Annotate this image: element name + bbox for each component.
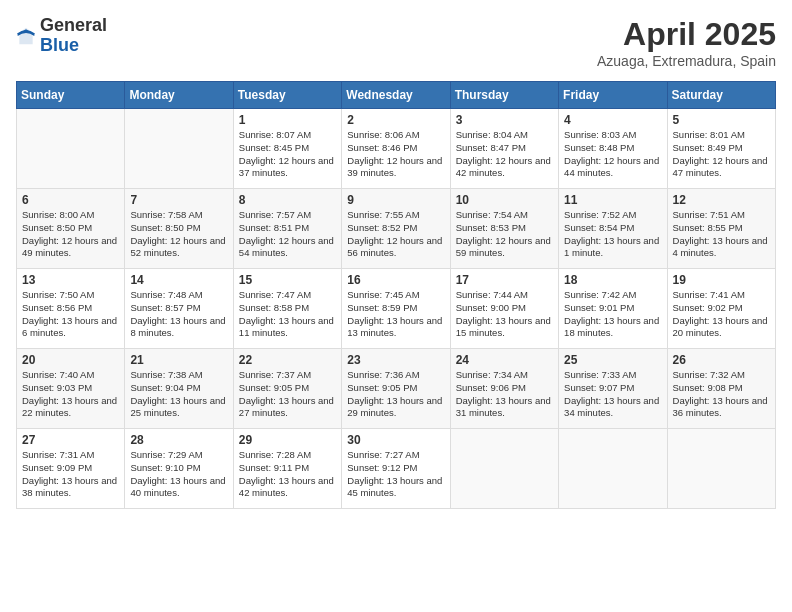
calendar-week-row: 1Sunrise: 8:07 AMSunset: 8:45 PMDaylight… xyxy=(17,109,776,189)
logo-general-text: General xyxy=(40,16,107,36)
calendar-day-cell: 19Sunrise: 7:41 AMSunset: 9:02 PMDayligh… xyxy=(667,269,775,349)
title-area: April 2025 Azuaga, Extremadura, Spain xyxy=(597,16,776,69)
calendar-day-cell: 28Sunrise: 7:29 AMSunset: 9:10 PMDayligh… xyxy=(125,429,233,509)
day-number: 30 xyxy=(347,433,444,447)
day-of-week-header: Friday xyxy=(559,82,667,109)
day-number: 16 xyxy=(347,273,444,287)
day-number: 2 xyxy=(347,113,444,127)
calendar-day-cell: 3Sunrise: 8:04 AMSunset: 8:47 PMDaylight… xyxy=(450,109,558,189)
calendar-day-cell: 30Sunrise: 7:27 AMSunset: 9:12 PMDayligh… xyxy=(342,429,450,509)
day-number: 7 xyxy=(130,193,227,207)
day-detail: Sunrise: 7:50 AMSunset: 8:56 PMDaylight:… xyxy=(22,289,119,340)
calendar-table: SundayMondayTuesdayWednesdayThursdayFrid… xyxy=(16,81,776,509)
logo: General Blue xyxy=(16,16,107,56)
calendar-day-cell xyxy=(667,429,775,509)
day-detail: Sunrise: 7:38 AMSunset: 9:04 PMDaylight:… xyxy=(130,369,227,420)
day-detail: Sunrise: 7:36 AMSunset: 9:05 PMDaylight:… xyxy=(347,369,444,420)
day-detail: Sunrise: 7:48 AMSunset: 8:57 PMDaylight:… xyxy=(130,289,227,340)
calendar-day-cell: 2Sunrise: 8:06 AMSunset: 8:46 PMDaylight… xyxy=(342,109,450,189)
calendar-day-cell: 22Sunrise: 7:37 AMSunset: 9:05 PMDayligh… xyxy=(233,349,341,429)
day-detail: Sunrise: 7:42 AMSunset: 9:01 PMDaylight:… xyxy=(564,289,661,340)
day-detail: Sunrise: 8:00 AMSunset: 8:50 PMDaylight:… xyxy=(22,209,119,260)
logo-blue-text: Blue xyxy=(40,36,107,56)
calendar-day-cell: 29Sunrise: 7:28 AMSunset: 9:11 PMDayligh… xyxy=(233,429,341,509)
day-detail: Sunrise: 7:44 AMSunset: 9:00 PMDaylight:… xyxy=(456,289,553,340)
calendar-week-row: 13Sunrise: 7:50 AMSunset: 8:56 PMDayligh… xyxy=(17,269,776,349)
calendar-day-cell: 15Sunrise: 7:47 AMSunset: 8:58 PMDayligh… xyxy=(233,269,341,349)
calendar-day-cell: 17Sunrise: 7:44 AMSunset: 9:00 PMDayligh… xyxy=(450,269,558,349)
day-number: 22 xyxy=(239,353,336,367)
day-number: 27 xyxy=(22,433,119,447)
day-number: 8 xyxy=(239,193,336,207)
day-of-week-header: Sunday xyxy=(17,82,125,109)
day-detail: Sunrise: 7:41 AMSunset: 9:02 PMDaylight:… xyxy=(673,289,770,340)
calendar-day-cell: 6Sunrise: 8:00 AMSunset: 8:50 PMDaylight… xyxy=(17,189,125,269)
day-number: 4 xyxy=(564,113,661,127)
day-detail: Sunrise: 7:37 AMSunset: 9:05 PMDaylight:… xyxy=(239,369,336,420)
day-number: 24 xyxy=(456,353,553,367)
calendar-day-cell xyxy=(450,429,558,509)
day-of-week-header: Tuesday xyxy=(233,82,341,109)
calendar-day-cell xyxy=(125,109,233,189)
day-number: 5 xyxy=(673,113,770,127)
day-of-week-header: Monday xyxy=(125,82,233,109)
day-of-week-header: Saturday xyxy=(667,82,775,109)
calendar-day-cell: 13Sunrise: 7:50 AMSunset: 8:56 PMDayligh… xyxy=(17,269,125,349)
calendar-day-cell: 10Sunrise: 7:54 AMSunset: 8:53 PMDayligh… xyxy=(450,189,558,269)
day-detail: Sunrise: 7:58 AMSunset: 8:50 PMDaylight:… xyxy=(130,209,227,260)
calendar-day-cell: 1Sunrise: 8:07 AMSunset: 8:45 PMDaylight… xyxy=(233,109,341,189)
day-number: 15 xyxy=(239,273,336,287)
day-number: 3 xyxy=(456,113,553,127)
day-detail: Sunrise: 7:29 AMSunset: 9:10 PMDaylight:… xyxy=(130,449,227,500)
calendar-day-cell: 5Sunrise: 8:01 AMSunset: 8:49 PMDaylight… xyxy=(667,109,775,189)
calendar-week-row: 6Sunrise: 8:00 AMSunset: 8:50 PMDaylight… xyxy=(17,189,776,269)
calendar-day-cell: 27Sunrise: 7:31 AMSunset: 9:09 PMDayligh… xyxy=(17,429,125,509)
day-detail: Sunrise: 8:01 AMSunset: 8:49 PMDaylight:… xyxy=(673,129,770,180)
calendar-day-cell: 24Sunrise: 7:34 AMSunset: 9:06 PMDayligh… xyxy=(450,349,558,429)
calendar-day-cell xyxy=(17,109,125,189)
day-number: 1 xyxy=(239,113,336,127)
logo-text: General Blue xyxy=(40,16,107,56)
day-number: 26 xyxy=(673,353,770,367)
day-of-week-header: Wednesday xyxy=(342,82,450,109)
day-detail: Sunrise: 7:32 AMSunset: 9:08 PMDaylight:… xyxy=(673,369,770,420)
day-detail: Sunrise: 7:31 AMSunset: 9:09 PMDaylight:… xyxy=(22,449,119,500)
day-number: 19 xyxy=(673,273,770,287)
day-detail: Sunrise: 8:06 AMSunset: 8:46 PMDaylight:… xyxy=(347,129,444,180)
location: Azuaga, Extremadura, Spain xyxy=(597,53,776,69)
calendar-day-cell: 8Sunrise: 7:57 AMSunset: 8:51 PMDaylight… xyxy=(233,189,341,269)
calendar-day-cell: 20Sunrise: 7:40 AMSunset: 9:03 PMDayligh… xyxy=(17,349,125,429)
calendar-day-cell: 26Sunrise: 7:32 AMSunset: 9:08 PMDayligh… xyxy=(667,349,775,429)
day-detail: Sunrise: 7:55 AMSunset: 8:52 PMDaylight:… xyxy=(347,209,444,260)
calendar-day-cell: 4Sunrise: 8:03 AMSunset: 8:48 PMDaylight… xyxy=(559,109,667,189)
day-number: 21 xyxy=(130,353,227,367)
calendar-day-cell: 18Sunrise: 7:42 AMSunset: 9:01 PMDayligh… xyxy=(559,269,667,349)
day-number: 17 xyxy=(456,273,553,287)
calendar-day-cell: 23Sunrise: 7:36 AMSunset: 9:05 PMDayligh… xyxy=(342,349,450,429)
calendar-day-cell: 7Sunrise: 7:58 AMSunset: 8:50 PMDaylight… xyxy=(125,189,233,269)
day-number: 23 xyxy=(347,353,444,367)
day-detail: Sunrise: 7:40 AMSunset: 9:03 PMDaylight:… xyxy=(22,369,119,420)
day-detail: Sunrise: 8:04 AMSunset: 8:47 PMDaylight:… xyxy=(456,129,553,180)
day-detail: Sunrise: 7:45 AMSunset: 8:59 PMDaylight:… xyxy=(347,289,444,340)
day-of-week-header: Thursday xyxy=(450,82,558,109)
calendar-week-row: 27Sunrise: 7:31 AMSunset: 9:09 PMDayligh… xyxy=(17,429,776,509)
calendar-day-cell xyxy=(559,429,667,509)
day-detail: Sunrise: 8:03 AMSunset: 8:48 PMDaylight:… xyxy=(564,129,661,180)
calendar-week-row: 20Sunrise: 7:40 AMSunset: 9:03 PMDayligh… xyxy=(17,349,776,429)
calendar-day-cell: 21Sunrise: 7:38 AMSunset: 9:04 PMDayligh… xyxy=(125,349,233,429)
calendar-header-row: SundayMondayTuesdayWednesdayThursdayFrid… xyxy=(17,82,776,109)
day-detail: Sunrise: 7:34 AMSunset: 9:06 PMDaylight:… xyxy=(456,369,553,420)
day-detail: Sunrise: 7:33 AMSunset: 9:07 PMDaylight:… xyxy=(564,369,661,420)
day-number: 6 xyxy=(22,193,119,207)
day-detail: Sunrise: 7:47 AMSunset: 8:58 PMDaylight:… xyxy=(239,289,336,340)
calendar-day-cell: 12Sunrise: 7:51 AMSunset: 8:55 PMDayligh… xyxy=(667,189,775,269)
day-detail: Sunrise: 7:27 AMSunset: 9:12 PMDaylight:… xyxy=(347,449,444,500)
day-detail: Sunrise: 7:28 AMSunset: 9:11 PMDaylight:… xyxy=(239,449,336,500)
day-number: 29 xyxy=(239,433,336,447)
calendar-day-cell: 14Sunrise: 7:48 AMSunset: 8:57 PMDayligh… xyxy=(125,269,233,349)
day-number: 20 xyxy=(22,353,119,367)
calendar-day-cell: 9Sunrise: 7:55 AMSunset: 8:52 PMDaylight… xyxy=(342,189,450,269)
calendar-day-cell: 16Sunrise: 7:45 AMSunset: 8:59 PMDayligh… xyxy=(342,269,450,349)
day-number: 12 xyxy=(673,193,770,207)
